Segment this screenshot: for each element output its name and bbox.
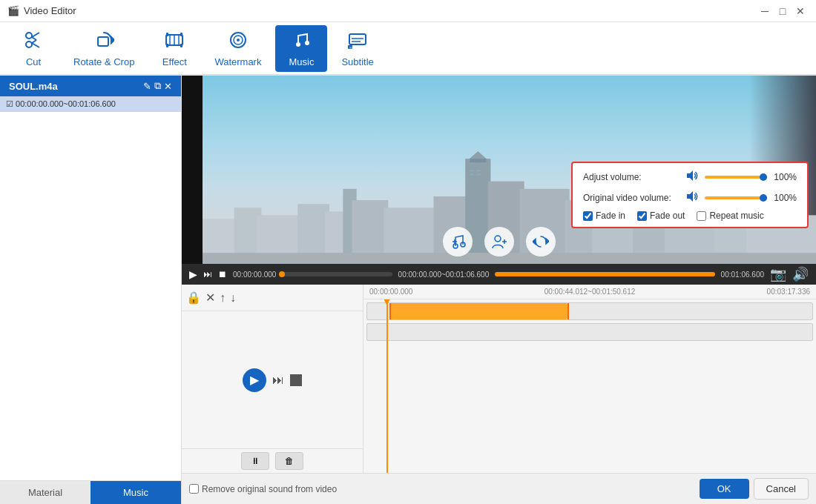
svg-point-19 xyxy=(296,42,300,47)
remove-sound-checkbox[interactable] xyxy=(189,484,199,494)
transport-handle xyxy=(279,271,285,277)
adjust-volume-value: 100% xyxy=(773,172,797,182)
file-time: 00:00:00.000~00:01:06.600 xyxy=(16,99,116,108)
delete-icon[interactable]: ✕ xyxy=(205,291,215,305)
left-panel-tabs: Material Music xyxy=(0,480,181,504)
tab-subtitle-label: Subtitle xyxy=(341,56,373,67)
left-tab-music[interactable]: Music xyxy=(91,481,181,504)
transport-time-end: 00:01:06.600 xyxy=(721,271,764,279)
minimize-button[interactable]: ─ xyxy=(757,3,773,19)
svg-point-18 xyxy=(237,39,240,42)
tab-music[interactable]: Music xyxy=(275,25,327,72)
refresh-btn[interactable] xyxy=(526,227,556,256)
svg-rect-13 xyxy=(180,33,182,36)
tab-music-label: Music xyxy=(289,56,314,67)
svg-rect-46 xyxy=(470,170,473,171)
tab-cut-label: Cut xyxy=(26,56,41,67)
split-btn[interactable]: ⏸ xyxy=(241,452,269,470)
svg-rect-15 xyxy=(180,44,182,47)
svg-line-5 xyxy=(32,40,36,43)
repeat-music-item[interactable]: Repeat music xyxy=(697,210,763,221)
close-file-btn[interactable]: ✕ xyxy=(164,80,172,92)
ruler-mid: 00:00:44.012~00:01:50.612 xyxy=(544,288,636,296)
fade-out-checkbox[interactable] xyxy=(637,211,647,221)
tab-bar: Cut Rotate & Crop Effect xyxy=(0,22,816,76)
edit-btn[interactable]: ✎ xyxy=(143,80,151,92)
svg-marker-59 xyxy=(533,239,536,245)
svg-marker-60 xyxy=(687,170,693,181)
transport-progress-bar[interactable] xyxy=(282,272,392,276)
track-area xyxy=(363,299,816,473)
add-music-btn[interactable] xyxy=(443,227,473,256)
cut-icon xyxy=(23,30,44,55)
svg-text:ST: ST xyxy=(349,46,354,50)
transport-clip-bar xyxy=(495,272,714,276)
delete-clip-btn[interactable]: 🗑 xyxy=(275,452,303,470)
tab-effect[interactable]: Effect xyxy=(148,25,200,72)
svg-rect-14 xyxy=(166,44,168,47)
video-preview: Adjust volume: 100% Original video xyxy=(182,76,816,264)
tab-watermark[interactable]: Watermark xyxy=(204,25,272,72)
move-down-icon[interactable]: ↓ xyxy=(230,291,236,305)
left-tab-material[interactable]: Material xyxy=(0,481,91,504)
add-person-btn[interactable] xyxy=(484,227,514,256)
tl-play-btn[interactable]: ▶ xyxy=(243,368,266,392)
rotate-icon xyxy=(93,30,114,55)
volume-icon-2 xyxy=(685,190,699,206)
remove-sound-label[interactable]: Remove original sound from video xyxy=(189,484,337,494)
tab-cut[interactable]: Cut xyxy=(7,25,59,72)
original-volume-slider[interactable] xyxy=(705,196,767,199)
audio-track xyxy=(366,323,813,341)
main-content: SOUL.m4a ✎ ⧉ ✕ ☑ 00:00:00.000~00:01:06.6… xyxy=(0,76,816,504)
stop-btn[interactable]: ⏹ xyxy=(218,269,227,279)
adjust-volume-thumb xyxy=(760,173,767,181)
repeat-music-checkbox[interactable] xyxy=(697,211,706,221)
fade-out-item[interactable]: Fade out xyxy=(637,210,685,221)
maximize-button[interactable]: □ xyxy=(774,3,791,19)
svg-line-2 xyxy=(32,33,39,37)
tab-watermark-label: Watermark xyxy=(214,56,261,67)
effect-icon xyxy=(164,30,185,55)
next-frame-btn[interactable]: ⏭ xyxy=(203,269,212,279)
timeline-right: 00:00:00.000 00:00:44.012~00:01:50.612 0… xyxy=(363,285,816,473)
ruler-end: 00:03:17.336 xyxy=(767,288,810,296)
snapshot-icon[interactable]: 📷 xyxy=(770,266,786,282)
main-clip xyxy=(389,303,567,319)
subtitle-icon: ST xyxy=(347,30,368,55)
svg-rect-7 xyxy=(98,37,108,46)
file-tab-actions: ✎ ⧉ ✕ xyxy=(143,80,172,92)
music-icon xyxy=(291,30,312,55)
tl-stop-btn[interactable] xyxy=(290,374,302,386)
fade-in-label: Fade in xyxy=(596,210,625,221)
ok-button[interactable]: OK xyxy=(700,479,749,499)
volume-toggle-icon[interactable]: 🔊 xyxy=(792,266,809,282)
lock-icon[interactable]: 🔒 xyxy=(186,291,201,305)
svg-marker-61 xyxy=(687,191,693,202)
audio-controls-panel: Adjust volume: 100% Original video xyxy=(571,162,809,228)
tab-rotate[interactable]: Rotate & Crop xyxy=(63,25,145,72)
close-button[interactable]: ✕ xyxy=(792,3,809,19)
adjust-volume-slider[interactable] xyxy=(705,176,767,179)
svg-rect-12 xyxy=(166,33,168,36)
watermark-icon xyxy=(228,30,249,55)
original-volume-thumb xyxy=(760,194,767,202)
fade-in-item[interactable]: Fade in xyxy=(583,210,625,221)
cancel-button[interactable]: Cancel xyxy=(754,478,809,500)
left-panel-preview xyxy=(0,112,181,480)
bottom-buttons: Remove original sound from video OK Canc… xyxy=(182,473,816,504)
app-title: Video Editor xyxy=(24,5,76,16)
timeline-ruler: 00:00:00.000 00:00:44.012~00:01:50.612 0… xyxy=(363,285,816,299)
copy-btn[interactable]: ⧉ xyxy=(154,80,161,92)
app-icon: 🎬 xyxy=(7,5,19,16)
transport-bar: ▶ ⏭ ⏹ 00:00:00.000 00:00:00.000~00:01:06… xyxy=(182,264,816,285)
move-up-icon[interactable]: ↑ xyxy=(220,291,226,305)
ruler-start: 00:00:00.000 xyxy=(369,288,412,296)
tl-next-btn[interactable]: ⏭ xyxy=(272,374,284,387)
play-button[interactable]: ▶ xyxy=(189,268,197,280)
fade-in-checkbox[interactable] xyxy=(583,211,593,221)
remove-sound-text: Remove original sound from video xyxy=(202,484,337,494)
tab-subtitle[interactable]: ST Subtitle xyxy=(331,25,384,72)
timeline-area: 🔒 ✕ ↑ ↓ ▶ ⏭ ⏸ 🗑 xyxy=(182,285,816,473)
timeline-left: 🔒 ✕ ↑ ↓ ▶ ⏭ ⏸ 🗑 xyxy=(182,285,363,473)
svg-point-1 xyxy=(26,42,32,47)
